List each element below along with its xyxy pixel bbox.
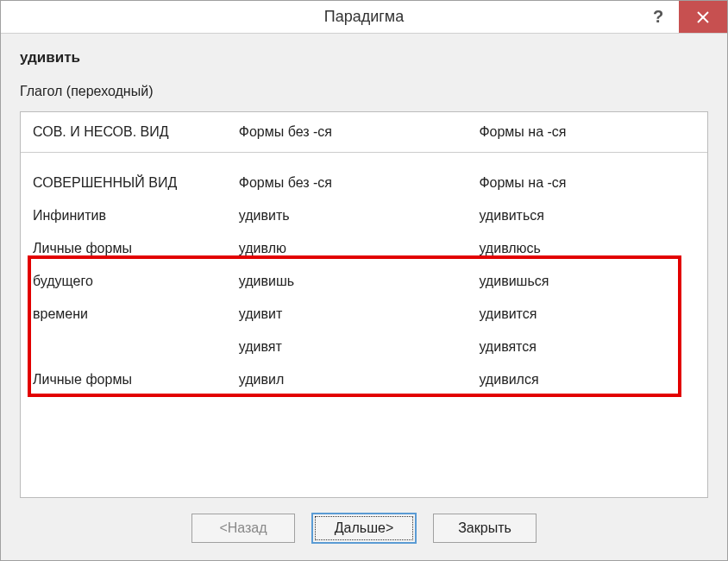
spacer xyxy=(21,153,707,167)
cell-form: удивит xyxy=(227,298,468,331)
button-row: <Назад Дальше> Закрыть xyxy=(20,498,708,548)
header-col-aspect: СОВ. И НЕСОВ. ВИД xyxy=(21,112,227,153)
content-area: удивить Глагол (переходный) СОВ. И НЕСОВ… xyxy=(1,34,727,560)
cell-form-sya: удивится xyxy=(467,298,707,331)
cell-label: СОВЕРШЕННЫЙ ВИД xyxy=(21,167,227,199)
cell-label: Инфинитив xyxy=(21,199,227,232)
table-row: Личные формы удивил удивился xyxy=(21,363,707,396)
back-button[interactable]: <Назад xyxy=(191,514,295,543)
table-row: времени удивит удивится xyxy=(21,298,707,331)
cell-label: Личные формы xyxy=(21,232,227,265)
titlebar-controls: ? xyxy=(637,1,727,33)
table-row: удивят удивятся xyxy=(21,331,707,363)
cell-label: времени xyxy=(21,298,227,331)
cell-label: будущего xyxy=(21,265,227,298)
titlebar: Парадигма ? xyxy=(1,1,727,34)
cell-form-sya: Формы на -ся xyxy=(467,167,707,199)
cell-form: удивишь xyxy=(227,265,468,298)
paradigm-table-frame: СОВ. И НЕСОВ. ВИД Формы без -ся Формы на… xyxy=(20,111,708,498)
header-col-sya: Формы на -ся xyxy=(467,112,707,153)
cell-label xyxy=(21,331,227,363)
table-header-row: СОВ. И НЕСОВ. ВИД Формы без -ся Формы на… xyxy=(21,112,707,153)
cell-form: удивил xyxy=(227,363,468,396)
table-row: СОВЕРШЕННЫЙ ВИД Формы без -ся Формы на -… xyxy=(21,167,707,199)
cell-form-sya: удивиться xyxy=(467,199,707,232)
table-row: Личные формы удивлю удивлюсь xyxy=(21,232,707,265)
table-row: Инфинитив удивить удивиться xyxy=(21,199,707,232)
close-dialog-button[interactable]: Закрыть xyxy=(433,514,537,543)
dialog-title: Парадигма xyxy=(324,8,404,26)
paradigm-table: СОВ. И НЕСОВ. ВИД Формы без -ся Формы на… xyxy=(21,112,707,396)
word-title: удивить xyxy=(20,49,708,66)
table-row: будущего удивишь удивишься xyxy=(21,265,707,298)
next-button[interactable]: Дальше> xyxy=(312,514,416,543)
help-button[interactable]: ? xyxy=(637,1,679,33)
header-col-no-sya: Формы без -ся xyxy=(227,112,468,153)
cell-form: удивить xyxy=(227,199,468,232)
cell-form-sya: удивишься xyxy=(467,265,707,298)
close-button[interactable] xyxy=(679,1,727,33)
cell-form: удивят xyxy=(227,331,468,363)
cell-form-sya: удивятся xyxy=(467,331,707,363)
table-scroll[interactable]: СОВ. И НЕСОВ. ВИД Формы без -ся Формы на… xyxy=(21,112,707,497)
word-type: Глагол (переходный) xyxy=(20,84,708,99)
cell-form: Формы без -ся xyxy=(227,167,468,199)
cell-form-sya: удивлюсь xyxy=(467,232,707,265)
cell-form: удивлю xyxy=(227,232,468,265)
paradigm-dialog: Парадигма ? удивить Глагол (переходный) … xyxy=(0,0,728,561)
close-icon xyxy=(697,11,709,23)
cell-form-sya: удивился xyxy=(467,363,707,396)
cell-label: Личные формы xyxy=(21,363,227,396)
